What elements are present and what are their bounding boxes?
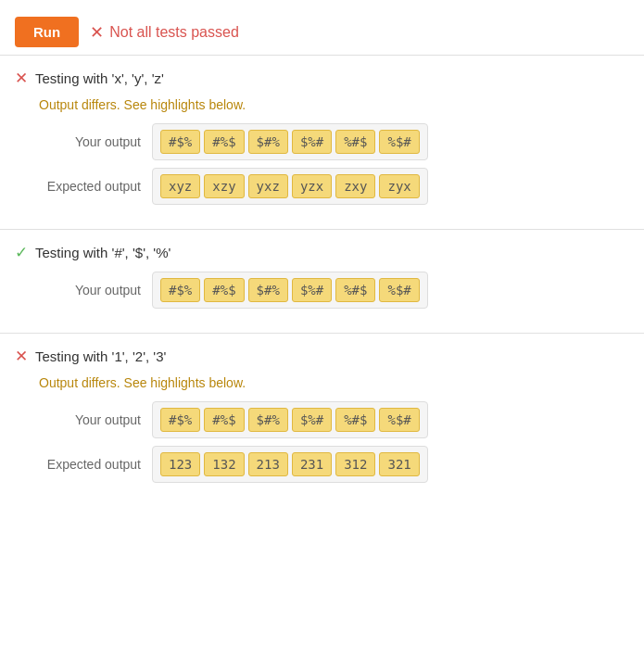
expected-cell: zyx [379,174,419,198]
your-output-cells: #$%#%$$#%$%#%#$%$# [152,123,428,160]
run-button[interactable]: Run [15,17,79,47]
output-cell: %#$ [335,130,375,154]
expected-cell: xyz [160,174,200,198]
expected-output-row: Expected output 123132213231312321 [39,446,629,483]
expected-cell: zxy [335,174,375,198]
output-cell: $%# [292,130,332,154]
test-title-text: Testing with '1', '2', '3' [35,348,166,364]
fail-icon: ✕ [15,347,28,366]
pass-icon: ✓ [15,243,28,262]
fail-icon: ✕ [15,69,28,88]
expected-cell: 123 [160,452,200,476]
test-title: ✓ Testing with '#', '$', '%' [15,243,629,262]
expected-output-cells: 123132213231312321 [152,446,428,483]
expected-cell: 321 [379,452,419,476]
test-section-1: ✕ Testing with 'x', 'y', 'z' Output diff… [0,55,644,229]
your-output-cells: #$%#%$$#%$%#%#$%$# [152,272,428,309]
header: Run ✕ Not all tests passed [0,9,644,55]
status-indicator: ✕ Not all tests passed [90,22,239,43]
your-output-row: Your output #$%#%$$#%$%#%#$%$# [39,272,629,309]
output-cell: #$% [160,130,200,154]
test-title: ✕ Testing with '1', '2', '3' [15,347,629,366]
output-cell: %$# [379,130,419,154]
diff-message: Output differs. See highlights below. [39,97,629,112]
output-cell: $#% [248,278,288,302]
tests-container: ✕ Testing with 'x', 'y', 'z' Output diff… [0,55,644,507]
test-section-3: ✕ Testing with '1', '2', '3' Output diff… [0,333,644,507]
your-output-cells: #$%#%$$#%$%#%#$%$# [152,401,428,438]
output-cell: #$% [160,278,200,302]
output-cell: %$# [379,408,419,432]
output-cell: #%$ [204,278,244,302]
expected-cell: yxz [248,174,288,198]
expected-cell: 231 [292,452,332,476]
status-text: Not all tests passed [109,24,239,41]
your-output-row: Your output #$%#%$$#%$%#%#$%$# [39,123,629,160]
output-cell: $#% [248,130,288,154]
your-output-row: Your output #$%#%$$#%$%#%#$%$# [39,401,629,438]
test-title-text: Testing with '#', '$', '%' [35,245,170,260]
expected-cell: 312 [335,452,375,476]
output-cell: %#$ [335,278,375,302]
expected-output-label: Expected output [39,179,141,194]
your-output-label: Your output [39,283,141,297]
expected-cell: 132 [204,452,244,476]
test-title-text: Testing with 'x', 'y', 'z' [35,70,164,86]
output-cell: #%$ [204,130,244,154]
your-output-label: Your output [39,412,141,427]
expected-output-label: Expected output [39,457,141,472]
expected-cell: xzy [204,174,244,198]
output-cell: #%$ [204,408,244,432]
output-cell: $%# [292,278,332,302]
output-cell: %#$ [335,408,375,432]
output-cell: $%# [292,408,332,432]
output-cell: $#% [248,408,288,432]
expected-output-cells: xyzxzyyxzyzxzxyzyx [152,168,428,205]
fail-icon: ✕ [90,22,104,43]
diff-message: Output differs. See highlights below. [39,375,629,390]
expected-cell: 213 [248,452,288,476]
test-section-2: ✓ Testing with '#', '$', '%' Your output… [0,229,644,333]
output-cell: #$% [160,408,200,432]
your-output-label: Your output [39,134,141,149]
expected-cell: yzx [292,174,332,198]
output-cell: %$# [379,278,419,302]
expected-output-row: Expected output xyzxzyyxzyzxzxyzyx [39,168,629,205]
test-title: ✕ Testing with 'x', 'y', 'z' [15,69,629,88]
